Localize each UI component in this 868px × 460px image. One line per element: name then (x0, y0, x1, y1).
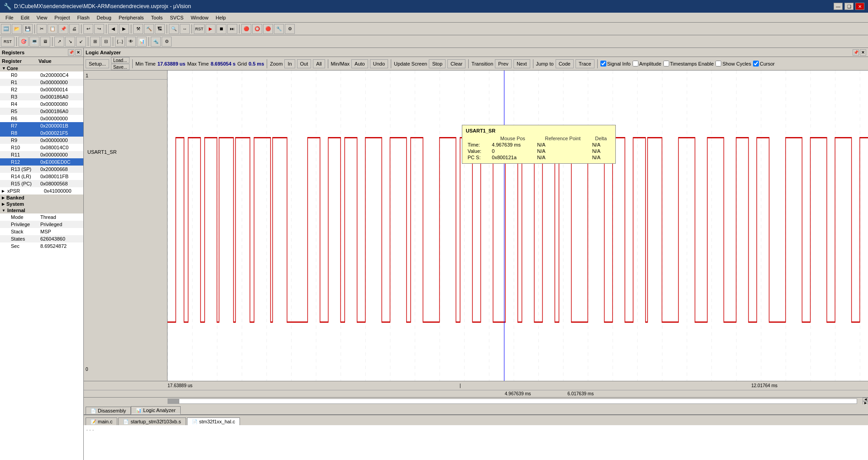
toolbar-paste-btn[interactable]: 📌 (58, 24, 68, 34)
reg-row-r13[interactable]: R13 (SP) 0x20000668 (0, 166, 83, 173)
toolbar-build-btn[interactable]: ⚒ (133, 24, 143, 34)
la-waveform[interactable]: 1 USART1_SR 0 (84, 71, 868, 381)
menu-edit[interactable]: Edit (17, 14, 33, 21)
toolbar-perif-btn[interactable]: {...} (115, 37, 125, 47)
menu-tools[interactable]: Tools (148, 14, 167, 21)
toolbar-step-btn[interactable]: ⏭ (227, 24, 237, 34)
toolbar-copy-btn[interactable]: 📋 (48, 24, 58, 34)
toolbar-redo-btn[interactable]: ↪ (94, 24, 104, 34)
toolbar-sim-btn[interactable]: 💻 (29, 37, 39, 47)
editor-tab-hal[interactable]: 📄 stm32f1xx_hal.c (187, 417, 240, 425)
toolbar-watch-btn[interactable]: ⭕ (252, 24, 262, 34)
toolbar-options-btn[interactable]: ⚙ (285, 24, 295, 34)
system-section-header[interactable]: ▶ System (0, 201, 83, 207)
la-next-btn[interactable]: Next (513, 59, 530, 68)
close-button[interactable]: ✕ (855, 3, 864, 10)
toolbar-find-btn[interactable]: 🔍 (169, 24, 179, 34)
la-zoom-in-btn[interactable]: In (284, 59, 295, 68)
reg-row-xpsr[interactable]: ▶ xPSR 0x41000000 (0, 187, 83, 194)
la-save-btn[interactable]: Save... (111, 64, 129, 70)
reg-row-r12[interactable]: R12 0xE000ED0C (0, 158, 83, 166)
reg-row-r8[interactable]: R8 0x000021F5 (0, 129, 83, 137)
menu-view[interactable]: View (33, 14, 51, 21)
toolbar-step3-btn[interactable]: ↘ (65, 37, 75, 47)
amplitude-check[interactable]: Amplitude (633, 61, 662, 66)
la-trace-btn[interactable]: Trace (575, 59, 595, 68)
tab-logic-analyzer[interactable]: 📊 Logic Analyzer (131, 406, 181, 414)
la-waveform-display[interactable]: USART1_SR Mouse Pos Reference Point Delt… (168, 71, 868, 381)
toolbar-watch2-btn[interactable]: 👁 (126, 37, 136, 47)
toolbar-view-btn[interactable]: ⊞ (90, 37, 100, 47)
registers-pin-btn[interactable]: 📌 (68, 49, 74, 56)
la-load-btn[interactable]: Load... (111, 57, 129, 63)
show-cycles-checkbox[interactable] (715, 61, 721, 66)
reg-row-mode[interactable]: Mode Thread (0, 213, 83, 221)
toolbar-settings-btn[interactable]: ⚙ (162, 37, 172, 47)
signal-info-check[interactable]: Signal Info (600, 61, 631, 66)
registers-close-btn[interactable]: ✕ (75, 49, 82, 56)
menu-flash[interactable]: Flash (74, 14, 93, 21)
menu-debug[interactable]: Debug (93, 14, 115, 21)
la-zoom-out-btn[interactable]: Out (297, 59, 312, 68)
la-close-btn[interactable]: ✕ (860, 49, 866, 56)
la-scrollbar-thumb[interactable] (168, 399, 179, 403)
la-scroll-right-btn[interactable]: ▶ (863, 401, 868, 404)
show-cycles-check[interactable]: Show Cycles (715, 61, 751, 66)
reg-row-states[interactable]: States 626043860 (0, 235, 83, 242)
toolbar-print-btn[interactable]: 🖨 (69, 24, 79, 34)
la-zoom-all-btn[interactable]: All (313, 59, 325, 68)
la-scrollbar[interactable]: ◀ ▶ (84, 397, 868, 404)
toolbar-open-btn[interactable]: 📂 (12, 24, 22, 34)
menu-peripherals[interactable]: Peripherals (115, 14, 148, 21)
reg-row-stack[interactable]: Stack MSP (0, 228, 83, 235)
reg-row-r1[interactable]: R1 0x00000000 (0, 79, 83, 86)
toolbar-build2-btn[interactable]: 🔨 (144, 24, 154, 34)
la-pin-btn[interactable]: 📌 (853, 49, 859, 56)
toolbar-target-btn[interactable]: 🎯 (19, 37, 29, 47)
la-auto-btn[interactable]: Auto (351, 59, 368, 68)
editor-tab-startup[interactable]: 📄 startup_stm32f103xb.s (118, 417, 186, 425)
la-undo-btn[interactable]: Undo (370, 59, 388, 68)
menu-project[interactable]: Project (51, 14, 73, 21)
toolbar-mem-btn[interactable]: 🔴 (241, 24, 251, 34)
toolbar-sim2-btn[interactable]: 🖥 (40, 37, 50, 47)
amplitude-checkbox[interactable] (633, 61, 638, 66)
toolbar-bp-btn[interactable]: 🔴 (263, 24, 273, 34)
la-prev-btn[interactable]: Prev (495, 59, 512, 68)
la-code-btn[interactable]: Code (556, 59, 574, 68)
toolbar-cut-btn[interactable]: ✂ (37, 24, 47, 34)
toolbar-extra-btn[interactable]: 🔩 (151, 37, 161, 47)
menu-svcs[interactable]: SVCS (166, 14, 187, 21)
reg-row-r7[interactable]: R7 0x2000001B (0, 122, 83, 129)
la-stop-btn[interactable]: Stop (429, 59, 446, 68)
reg-row-r6[interactable]: R6 0x00000000 (0, 115, 83, 122)
reg-row-privilege[interactable]: Privilege Privileged (0, 221, 83, 228)
reg-row-r5[interactable]: R5 0x000186A0 (0, 108, 83, 115)
menu-help[interactable]: Help (212, 14, 230, 21)
reg-row-r14[interactable]: R14 (LR) 0x080011FB (0, 173, 83, 180)
toolbar-save-btn[interactable]: 💾 (23, 24, 33, 34)
reg-row-r4[interactable]: R4 0x00000080 (0, 100, 83, 108)
toolbar-reset2-btn[interactable]: RST (1, 37, 14, 47)
editor-tab-main[interactable]: 📝 main.c (86, 417, 117, 425)
waveform-svg[interactable] (168, 71, 868, 381)
cursor-checkbox[interactable] (753, 61, 759, 66)
toolbar-debug-reset-btn[interactable]: RST (194, 24, 205, 34)
cursor-check[interactable]: Cursor (753, 61, 775, 66)
timestamps-checkbox[interactable] (663, 61, 669, 66)
minimize-button[interactable]: — (834, 3, 843, 10)
toolbar-back-btn[interactable]: ◀ (108, 24, 118, 34)
reg-row-r15[interactable]: R15 (PC) 0x08000568 (0, 180, 83, 187)
la-scrollbar-track[interactable] (168, 398, 857, 404)
reg-row-sec[interactable]: Sec 8.69524872 (0, 242, 83, 250)
editor-content[interactable]: ... (84, 425, 868, 460)
la-setup-btn[interactable]: Setup... (86, 59, 109, 68)
timestamps-check[interactable]: Timestamps Enable (663, 61, 714, 66)
toolbar-new-btn[interactable]: 🆕 (1, 24, 11, 34)
toolbar-undo-btn[interactable]: ↩ (83, 24, 93, 34)
toolbar-step4-btn[interactable]: ↙ (76, 37, 86, 47)
toolbar-debug2-btn[interactable]: 🔧 (274, 24, 284, 34)
reg-row-r3[interactable]: R3 0x000186A0 (0, 93, 83, 100)
reg-row-r0[interactable]: R0 0x200000C4 (0, 71, 83, 79)
menu-window[interactable]: Window (187, 14, 212, 21)
